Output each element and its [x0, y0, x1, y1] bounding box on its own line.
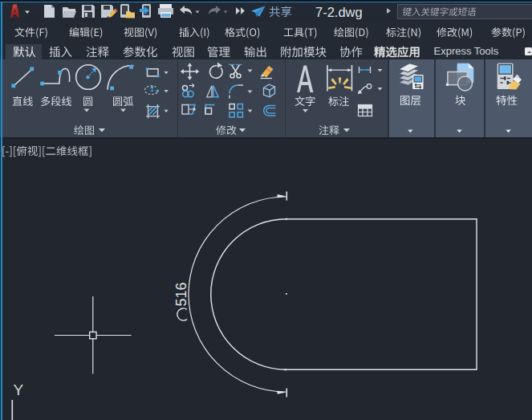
- svg-text:Y: Y: [14, 381, 24, 398]
- svg-text:516: 516: [173, 282, 189, 306]
